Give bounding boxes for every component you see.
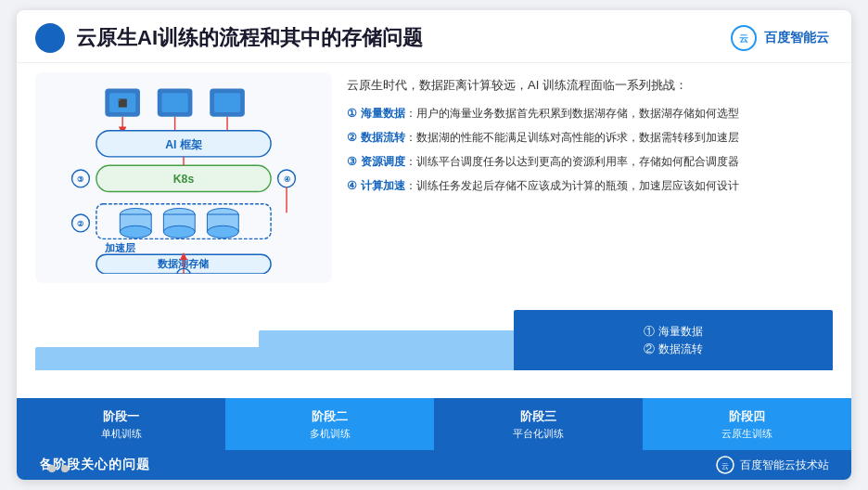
svg-text:AI 框架: AI 框架 xyxy=(165,138,202,151)
footer: 各阶段关心的问题 云 百度智能云技术站 xyxy=(17,450,851,480)
svg-text:①: ① xyxy=(181,273,187,274)
phase-label: 阶段三 xyxy=(520,408,556,425)
intro-text: 云原生时代，数据距离计算较远，AI 训练流程面临一系列挑战： xyxy=(347,76,833,96)
phase-sub: 单机训练 xyxy=(101,427,142,441)
phase-bar: 阶段一单机训练阶段二多机训练阶段三平台化训练阶段四云原生训练 xyxy=(17,398,851,450)
challenge-text: 资源调度：训练平台调度任务以达到更高的资源利用率，存储如何配合调度器 xyxy=(361,153,739,171)
svg-point-18 xyxy=(120,226,151,238)
footer-logo-text: 百度智能云技术站 xyxy=(740,458,829,473)
svg-text:④: ④ xyxy=(284,174,290,184)
phase-label: 阶段二 xyxy=(312,408,348,425)
header: 云原生AI训练的流程和其中的存储问题 云 百度智能云 xyxy=(17,10,851,63)
nav-dot-1[interactable] xyxy=(35,465,43,472)
challenge-num: ④ xyxy=(347,177,357,195)
challenge-text: 数据流转：数据湖的性能不能满足训练对高性能的诉求，数据需转移到加速层 xyxy=(361,129,739,147)
footer-logo: 云 百度智能云技术站 xyxy=(716,456,829,474)
nav-dot-2[interactable] xyxy=(48,465,56,472)
challenge-item-4: ④ 计算加速：训练任务发起后存储不应该成为计算的瓶颈，加速层应该如何设计 xyxy=(347,177,833,195)
phase-sub: 云原生训练 xyxy=(721,427,772,441)
challenge-num: ③ xyxy=(347,153,357,171)
architecture-diagram: ⬛ AI 框架 K8s xyxy=(35,72,332,283)
arch-svg: ⬛ AI 框架 K8s xyxy=(45,82,323,274)
svg-text:云: 云 xyxy=(721,462,729,471)
logo-area: 云 百度智能云 xyxy=(731,25,829,51)
svg-text:⬛: ⬛ xyxy=(118,98,128,109)
challenge-text: 海量数据：用户的海量业务数据首先积累到数据湖存储，数据湖存储如何选型 xyxy=(361,105,739,122)
phase-item-1: 阶段一单机训练 xyxy=(17,398,225,450)
challenge-num: ① xyxy=(347,105,357,122)
phase-item-3: 阶段三平台化训练 xyxy=(434,398,643,450)
stair-bars-container: ④ 计算加速③ 资源调度① 海量数据② 数据流转 xyxy=(35,287,833,370)
header-circle-icon xyxy=(35,23,65,53)
svg-text:加速层: 加速层 xyxy=(104,242,136,253)
phase-item-2: 阶段二多机训练 xyxy=(225,398,434,450)
phase-sub: 平台化训练 xyxy=(513,427,564,441)
challenge-text: 计算加速：训练任务发起后存储不应该成为计算的瓶颈，加速层应该如何设计 xyxy=(361,177,739,195)
challenge-list: ① 海量数据：用户的海量业务数据首先积累到数据湖存储，数据湖存储如何选型② 数据… xyxy=(347,105,833,196)
challenge-item-2: ② 数据流转：数据湖的性能不能满足训练对高性能的诉求，数据需转移到加速层 xyxy=(347,129,833,147)
challenge-item-1: ① 海量数据：用户的海量业务数据首先积累到数据湖存储，数据湖存储如何选型 xyxy=(347,105,833,122)
stair-chart: ④ 计算加速③ 资源调度① 海量数据② 数据流转 xyxy=(17,287,851,398)
intro-content: 云原生时代，数据距离计算较远，AI 训练流程面临一系列挑战： xyxy=(347,78,687,92)
page-title: 云原生AI训练的流程和其中的存储问题 xyxy=(76,24,423,52)
phase-label: 阶段一 xyxy=(103,408,139,425)
challenge-num: ② xyxy=(347,129,357,147)
nav-dots xyxy=(35,465,69,472)
slide: 云原生AI训练的流程和其中的存储问题 云 百度智能云 ⬛ xyxy=(17,10,851,480)
svg-text:③: ③ xyxy=(77,174,83,184)
right-text-panel: 云原生时代，数据距离计算较远，AI 训练流程面临一系列挑战： ① 海量数据：用户… xyxy=(347,72,833,283)
svg-rect-6 xyxy=(161,93,187,112)
phase-label: 阶段四 xyxy=(729,408,765,425)
footer-logo-icon: 云 xyxy=(716,456,734,474)
logo-label: 百度智能云 xyxy=(764,30,829,46)
svg-rect-8 xyxy=(214,93,240,112)
stair-bar-bar3: ① 海量数据② 数据流转 xyxy=(514,310,833,370)
nav-dot-3[interactable] xyxy=(61,465,69,472)
challenge-item-3: ③ 资源调度：训练平台调度任务以达到更高的资源利用率，存储如何配合调度器 xyxy=(347,153,833,171)
baidu-cloud-logo-icon: 云 xyxy=(731,25,757,51)
svg-point-24 xyxy=(207,226,238,238)
svg-text:②: ② xyxy=(77,219,83,228)
header-left: 云原生AI训练的流程和其中的存储问题 xyxy=(35,23,423,53)
svg-point-21 xyxy=(163,226,195,238)
svg-text:云: 云 xyxy=(739,33,748,44)
svg-text:K8s: K8s xyxy=(173,173,195,186)
phase-sub: 多机训练 xyxy=(310,427,351,441)
phase-item-4: 阶段四云原生训练 xyxy=(643,398,851,450)
main-content: ⬛ AI 框架 K8s xyxy=(17,63,851,287)
